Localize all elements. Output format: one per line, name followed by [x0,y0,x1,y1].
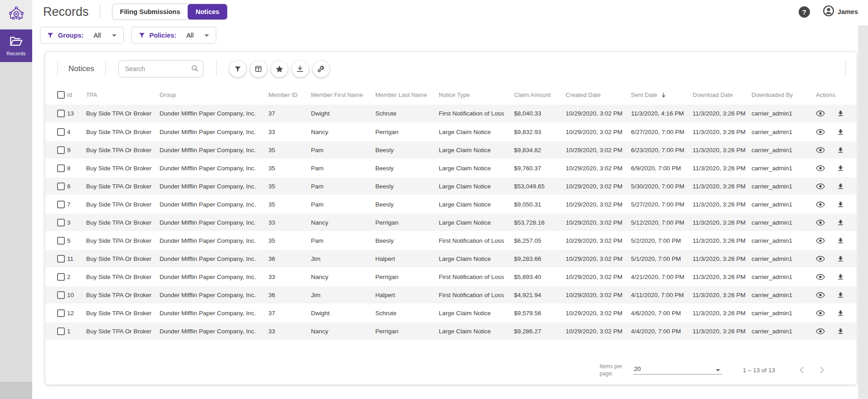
download-icon[interactable] [837,255,844,263]
group-cell: Dunder Mifflin Paper Company, Inc. [160,159,268,177]
tpa-cell: Buy Side TPA Or Broker [86,141,160,159]
eye-icon[interactable] [816,310,825,317]
pagination-range: 1 – 13 of 13 [743,367,775,374]
group-cell: Dunder Mifflin Paper Company, Inc. [160,304,268,322]
eye-icon[interactable] [816,328,825,335]
download-icon[interactable] [837,219,844,226]
row-checkbox[interactable] [57,255,65,263]
column-label: Member Last Name [375,91,427,98]
member_first_name-cell: Pam [311,141,375,159]
column-header-created_date[interactable]: Created Date [566,85,631,105]
group-cell: Dunder Mifflin Paper Company, Inc. [160,286,268,304]
eye-icon[interactable] [816,201,825,208]
favorite-star-button[interactable] [271,61,288,77]
download-icon[interactable] [837,146,844,154]
table-row: 4Buy Side TPA Or BrokerDunder Mifflin Pa… [45,123,857,141]
tab-notices[interactable]: Notices [188,4,227,19]
items-per-page-select[interactable]: 20 [633,365,722,375]
download-icon[interactable] [837,291,844,299]
eye-icon[interactable] [816,183,825,190]
actions-cell [816,231,857,250]
row-checkbox[interactable] [57,146,65,154]
row-checkbox[interactable] [57,128,65,136]
policies-filter[interactable]: Policies: All [131,27,217,44]
column-header-member_id[interactable]: Member ID [268,85,311,105]
filter-button[interactable] [229,61,246,77]
tpa-cell: Buy Side TPA Or Broker [86,286,160,304]
row-checkbox[interactable] [57,237,65,245]
column-header-tpa[interactable]: TPA [86,85,160,105]
claim_amount-cell: $53,049.65 [514,177,566,195]
eye-icon[interactable] [816,219,825,226]
download-icon[interactable] [837,164,844,172]
eye-icon[interactable] [816,165,825,172]
tpa-cell: Buy Side TPA Or Broker [86,231,160,250]
sidebar-item-records[interactable]: Records [0,29,32,62]
downloaded_by-cell: carrier_admin1 [752,105,816,123]
created_date-cell: 10/29/2020, 3:02 PM [566,141,631,159]
sidebar-footer[interactable] [0,382,32,399]
row-checkbox[interactable] [57,183,65,190]
row-checkbox[interactable] [57,219,65,226]
column-header-member_first_name[interactable]: Member First Name [311,85,375,105]
table-row: 3Buy Side TPA Or BrokerDunder Mifflin Pa… [45,213,857,231]
previous-page-button[interactable] [797,365,807,375]
download_date-cell: 11/3/2020, 3:26 PM [693,213,752,231]
actions-cell [816,286,857,304]
user-menu[interactable]: James [823,5,858,19]
groups-filter[interactable]: Groups: All [40,27,124,44]
eye-icon[interactable] [816,274,825,280]
created_date-cell: 10/29/2020, 3:02 PM [566,286,631,304]
row-checkbox[interactable] [57,291,65,299]
row-checkbox[interactable] [57,273,65,281]
eye-icon[interactable] [816,237,825,244]
download-button[interactable] [292,61,309,77]
eye-icon[interactable] [816,292,825,298]
column-header-download_date[interactable]: Download Date [693,85,752,105]
row-checkbox[interactable] [57,110,65,117]
eye-icon[interactable] [816,129,825,135]
column-header-downloaded_by[interactable]: Downloaded By [752,85,816,105]
row-checkbox[interactable] [57,309,65,317]
user-name: James [838,8,858,15]
app-logo[interactable] [0,0,32,29]
download-icon[interactable] [837,237,844,245]
download-icon[interactable] [837,183,844,190]
column-header-claim_amount[interactable]: Claim Amount [514,85,566,105]
actions-cell [816,105,857,123]
row-checkbox[interactable] [57,201,65,208]
search-input[interactable] [124,65,191,73]
sidebar: Records [0,0,32,399]
eye-icon[interactable] [816,255,825,262]
member_first_name-cell: Pam [311,231,375,250]
columns-button[interactable] [250,61,267,77]
row-checkbox[interactable] [57,164,65,172]
group-cell: Dunder Mifflin Paper Company, Inc. [160,268,268,286]
eye-icon[interactable] [816,110,825,117]
column-header-sent_date[interactable]: Sent Date [631,85,693,105]
help-icon[interactable]: ? [799,6,810,18]
select-all-checkbox[interactable] [57,91,65,99]
filters-row: Groups: All Policies: All [32,24,868,50]
settings-gears-button[interactable] [313,61,330,77]
download-icon[interactable] [837,309,844,317]
column-label: Download Date [693,91,733,98]
member_first_name-cell: Nancy [311,123,375,141]
download-icon[interactable] [837,273,844,281]
sent_date-cell: 4/4/2020, 7:00 PM [631,322,693,340]
row-checkbox[interactable] [57,327,65,335]
next-page-button[interactable] [817,365,827,375]
column-header-id[interactable]: Id [67,85,86,105]
eye-icon[interactable] [816,147,825,154]
download-icon[interactable] [837,327,844,335]
column-header-group[interactable]: Group [160,85,268,105]
page-scrollbar[interactable] [858,25,868,399]
download-icon[interactable] [837,128,844,136]
column-header-member_last_name[interactable]: Member Last Name [375,85,439,105]
tab-filing-submissions[interactable]: Filing Submissions [112,4,188,19]
column-header-notice_type[interactable]: Notice Type [439,85,514,105]
download-icon[interactable] [837,110,844,117]
sort-desc-icon[interactable] [660,92,667,98]
filter-label: Policies: [150,32,177,39]
download-icon[interactable] [837,201,844,208]
